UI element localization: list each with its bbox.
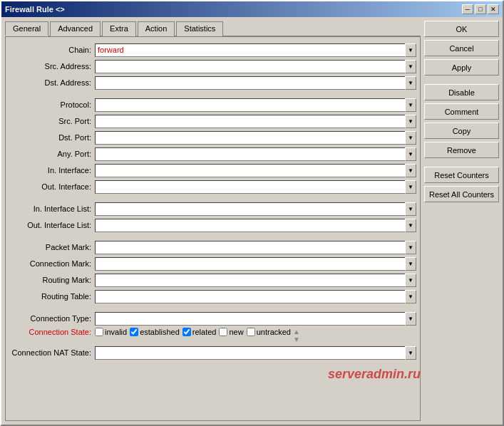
connection-mark-wrapper: ▼: [95, 257, 416, 271]
connection-mark-input[interactable]: [95, 257, 416, 271]
connection-state-label: Connection State:: [9, 328, 95, 336]
routing-mark-input[interactable]: [95, 274, 416, 287]
connection-nat-state-input[interactable]: [95, 346, 416, 360]
apply-button[interactable]: Apply: [424, 59, 499, 76]
ok-button[interactable]: OK: [424, 21, 499, 37]
out-interface-arrow[interactable]: ▼: [405, 180, 416, 194]
any-port-input[interactable]: [95, 147, 416, 161]
checkbox-untracked: untracked: [247, 328, 291, 336]
remove-button[interactable]: Remove: [424, 142, 499, 158]
out-interface-list-row: Out. Interface List: ▼: [9, 218, 416, 232]
connection-mark-arrow[interactable]: ▼: [405, 257, 416, 271]
tabs-bar: General Advanced Extra Action Statistics: [5, 21, 421, 37]
out-interface-list-input[interactable]: [95, 219, 416, 232]
title-bar: Firewall Rule <> ─ □ ✕: [1, 1, 503, 17]
any-port-arrow[interactable]: ▼: [405, 147, 416, 161]
routing-table-input[interactable]: [95, 290, 416, 303]
packet-mark-input[interactable]: [95, 241, 416, 254]
src-port-input[interactable]: [95, 115, 416, 128]
right-panel: OK Cancel Apply Disable Comment Copy Rem…: [424, 21, 499, 421]
src-address-input[interactable]: [95, 60, 416, 73]
protocol-arrow[interactable]: ▼: [405, 98, 416, 112]
related-label: related: [192, 328, 217, 336]
packet-mark-arrow[interactable]: ▼: [405, 241, 416, 254]
content-area: General Advanced Extra Action Statistics…: [1, 17, 503, 425]
tab-general[interactable]: General: [5, 21, 48, 36]
routing-table-arrow[interactable]: ▼: [405, 290, 416, 303]
form-panel: Chain: ▼ Src. Address: ▼ Dst.: [5, 37, 421, 421]
disable-button[interactable]: Disable: [424, 84, 499, 100]
maximize-button[interactable]: □: [475, 4, 486, 14]
comment-button[interactable]: Comment: [424, 103, 499, 120]
chain-row: Chain: ▼: [9, 43, 416, 57]
dst-port-arrow[interactable]: ▼: [405, 131, 416, 145]
tab-extra[interactable]: Extra: [102, 21, 136, 36]
src-port-row: Src. Port: ▼: [9, 114, 416, 128]
tab-statistics[interactable]: Statistics: [176, 21, 223, 36]
connection-state-checkboxes: invalid established related new: [95, 328, 291, 336]
in-interface-list-arrow[interactable]: ▼: [405, 202, 416, 216]
copy-button[interactable]: Copy: [424, 123, 499, 139]
routing-mark-row: Routing Mark: ▼: [9, 273, 416, 287]
in-interface-row: In. Interface: ▼: [9, 163, 416, 177]
new-checkbox[interactable]: [219, 328, 227, 336]
src-address-label: Src. Address:: [9, 62, 95, 71]
in-interface-list-input[interactable]: [95, 202, 416, 216]
window-title: Firewall Rule <>: [5, 5, 65, 14]
cancel-button[interactable]: Cancel: [424, 40, 499, 56]
dst-address-wrapper: ▼: [95, 76, 416, 90]
src-address-arrow[interactable]: ▼: [405, 60, 416, 73]
out-interface-wrapper: ▼: [95, 180, 416, 194]
untracked-checkbox[interactable]: [247, 328, 255, 336]
minimize-button[interactable]: ─: [462, 4, 473, 14]
tab-advanced[interactable]: Advanced: [50, 21, 101, 36]
protocol-input[interactable]: [95, 98, 416, 112]
out-interface-row: Out. Interface: ▼: [9, 180, 416, 194]
connection-nat-state-label: Connection NAT State:: [9, 348, 95, 357]
in-interface-label: In. Interface:: [9, 166, 95, 175]
invalid-label: invalid: [105, 328, 127, 336]
out-interface-list-wrapper: ▼: [95, 219, 416, 232]
out-interface-input[interactable]: [95, 180, 416, 194]
invalid-checkbox[interactable]: [95, 328, 103, 336]
src-port-wrapper: ▼: [95, 115, 416, 128]
new-label: new: [229, 328, 243, 336]
related-checkbox[interactable]: [182, 328, 191, 336]
connection-nat-state-row: Connection NAT State: ▼: [9, 346, 416, 360]
connection-type-row: Connection Type: ▼: [9, 311, 416, 326]
checkbox-related: related: [182, 328, 217, 336]
out-interface-list-arrow[interactable]: ▼: [405, 219, 416, 232]
packet-mark-label: Packet Mark:: [9, 243, 95, 251]
dst-address-input[interactable]: [95, 76, 416, 90]
dst-port-input[interactable]: [95, 131, 416, 145]
any-port-label: Any. Port:: [9, 150, 95, 158]
out-interface-label: Out. Interface:: [9, 182, 95, 191]
tab-action[interactable]: Action: [138, 21, 175, 36]
routing-mark-arrow[interactable]: ▼: [405, 274, 416, 287]
chain-dropdown-arrow[interactable]: ▼: [405, 43, 416, 57]
reset-counters-button[interactable]: Reset Counters: [424, 167, 499, 183]
firewall-rule-window: Firewall Rule <> ─ □ ✕ General Advanced …: [0, 0, 504, 426]
dst-port-wrapper: ▼: [95, 131, 416, 145]
reset-all-counters-button[interactable]: Reset All Counters: [424, 186, 499, 202]
packet-mark-wrapper: ▼: [95, 241, 416, 254]
established-checkbox[interactable]: [130, 328, 138, 336]
established-label: established: [140, 328, 180, 336]
connection-nat-state-wrapper: ▼: [95, 346, 416, 360]
in-interface-arrow[interactable]: ▼: [405, 164, 416, 177]
connection-type-input[interactable]: [95, 312, 416, 326]
routing-table-row: Routing Table: ▼: [9, 289, 416, 303]
routing-mark-wrapper: ▼: [95, 274, 416, 287]
dst-port-label: Dst. Port:: [9, 133, 95, 142]
connection-type-wrapper: ▼: [95, 312, 416, 326]
chain-input[interactable]: [95, 43, 416, 57]
src-port-arrow[interactable]: ▼: [405, 115, 416, 128]
dst-address-arrow[interactable]: ▼: [405, 76, 416, 90]
connection-type-arrow[interactable]: ▼: [405, 312, 416, 326]
any-port-row: Any. Port: ▼: [9, 147, 416, 161]
in-interface-input[interactable]: [95, 164, 416, 177]
connection-type-label: Connection Type:: [9, 314, 95, 323]
connection-nat-state-arrow[interactable]: ▼: [405, 346, 416, 360]
protocol-wrapper: ▼: [95, 98, 416, 112]
close-button[interactable]: ✕: [488, 4, 499, 14]
